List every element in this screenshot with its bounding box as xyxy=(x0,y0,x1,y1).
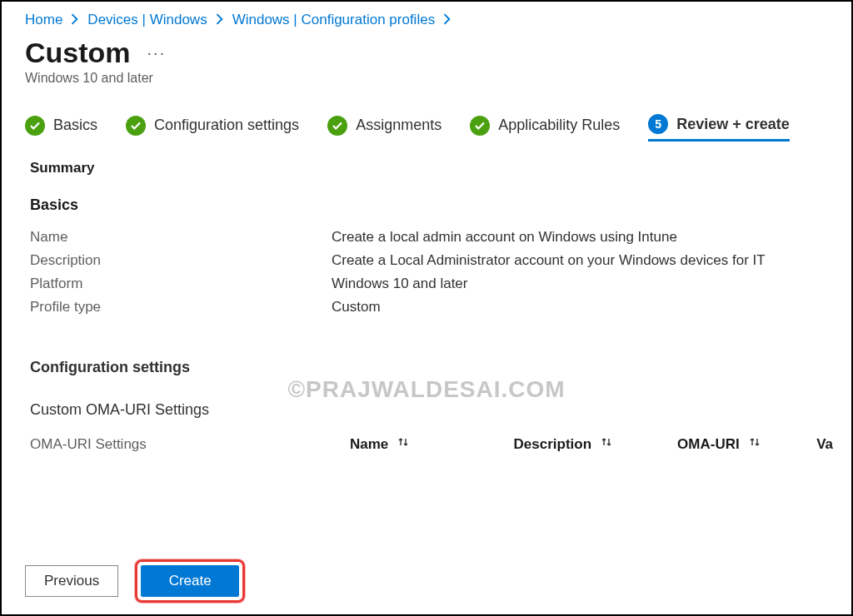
breadcrumb-profiles[interactable]: Windows | Configuration profiles xyxy=(232,12,435,28)
check-icon xyxy=(470,116,490,136)
column-description[interactable]: Description xyxy=(514,435,678,453)
step-config[interactable]: Configuration settings xyxy=(126,114,299,142)
page-subtitle: Windows 10 and later xyxy=(25,71,833,86)
step-label: Review + create xyxy=(676,116,790,133)
config-heading: Configuration settings xyxy=(30,359,833,376)
column-value[interactable]: Va xyxy=(816,436,833,453)
step-basics[interactable]: Basics xyxy=(25,114,97,142)
step-label: Basics xyxy=(53,117,97,134)
step-label: Assignments xyxy=(356,117,441,134)
step-label: Configuration settings xyxy=(154,117,299,134)
basics-heading: Basics xyxy=(30,196,833,214)
value-platform: Windows 10 and later xyxy=(332,276,467,292)
check-icon xyxy=(25,116,45,136)
chevron-right-icon xyxy=(443,13,451,27)
value-description: Create a Local Administrator account on … xyxy=(332,252,766,269)
more-menu-icon[interactable]: ··· xyxy=(147,43,167,62)
check-icon xyxy=(126,116,146,136)
sort-icon xyxy=(748,435,761,453)
chevron-right-icon xyxy=(216,13,224,27)
step-review[interactable]: 5 Review + create xyxy=(648,114,790,142)
oma-uri-label: OMA-URI Settings xyxy=(30,436,350,453)
create-button[interactable]: Create xyxy=(141,565,239,597)
column-oma-uri[interactable]: OMA-URI xyxy=(677,435,816,453)
wizard-steps: Basics Configuration settings Assignment… xyxy=(25,114,833,142)
custom-oma-heading: Custom OMA-URI Settings xyxy=(30,401,833,419)
step-assignments[interactable]: Assignments xyxy=(327,114,441,142)
previous-button[interactable]: Previous xyxy=(25,565,118,597)
breadcrumb-devices[interactable]: Devices | Windows xyxy=(87,12,207,28)
label-platform: Platform xyxy=(30,276,332,292)
chevron-right-icon xyxy=(71,13,79,27)
value-profile-type: Custom xyxy=(332,299,381,315)
sort-icon xyxy=(600,435,613,453)
step-label: Applicability Rules xyxy=(498,117,620,134)
step-number-icon: 5 xyxy=(648,114,668,134)
label-description: Description xyxy=(30,252,332,269)
value-name: Create a local admin account on Windows … xyxy=(332,229,677,246)
breadcrumb: Home Devices | Windows Windows | Configu… xyxy=(25,12,833,28)
label-name: Name xyxy=(30,229,332,246)
label-profile-type: Profile type xyxy=(30,299,332,315)
step-applicability[interactable]: Applicability Rules xyxy=(470,114,620,142)
breadcrumb-home[interactable]: Home xyxy=(25,12,62,28)
create-button-highlight: Create xyxy=(135,559,245,603)
column-name[interactable]: Name xyxy=(350,435,514,453)
check-icon xyxy=(327,116,347,136)
sort-icon xyxy=(397,435,410,453)
summary-heading: Summary xyxy=(30,160,833,176)
page-title: Custom xyxy=(25,37,131,69)
